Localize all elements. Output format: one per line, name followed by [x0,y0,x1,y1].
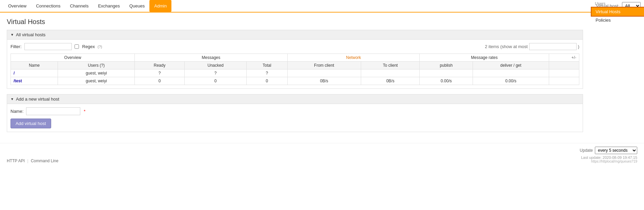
nav-exchanges[interactable]: Exchanges [93,0,124,12]
row-ready-1: ? [135,69,185,77]
row-name-1[interactable]: / [11,69,58,77]
http-api-link[interactable]: HTTP API [7,159,25,163]
items-text: 2 items (show at most [485,44,527,49]
sidebar-users-section: Users Virtual Hosts Policies [591,0,644,24]
regex-label: Regex [82,44,95,49]
name-form-row: Name: * [11,107,579,115]
sidebar-virtual-hosts[interactable]: Virtual Hosts [591,7,644,16]
nav-admin[interactable]: Admin [149,0,171,12]
add-vhost-body: Name: * Add virtual host [7,104,583,132]
row-publish-1 [420,69,473,77]
col-deliver-get: deliver / get [473,62,549,69]
regex-checkbox[interactable] [75,44,79,49]
row-actions-1 [549,69,579,77]
sidebar-users-title: Users [591,0,644,7]
overview-group: Overview [11,54,135,62]
row-ready-2: 0 [135,77,185,85]
row-publish-2: 0.00/s [420,77,473,85]
nav-overview[interactable]: Overview [3,0,31,12]
required-marker: * [84,109,85,114]
filter-right: 2 items (show at most 100 ) [485,43,579,50]
all-virtual-hosts-header[interactable]: ▼ All virtual hosts [7,30,583,40]
items-close: ) [578,44,579,49]
items-max-input[interactable]: 100 [529,43,577,50]
col-publish: publish [420,62,473,69]
col-name: Name [11,62,58,69]
row-to-client-1 [361,69,420,77]
all-virtual-hosts-body: Filter: Regex (?) 2 items (show at most … [7,40,583,89]
command-line-link[interactable]: Command Line [31,159,58,163]
footer-separator: | [27,159,28,163]
nav-channels[interactable]: Channels [65,0,93,12]
row-unacked-1: ? [185,69,247,77]
message-rates-group: Message rates [420,54,549,62]
regex-help: (?) [98,45,102,49]
sidebar-panel: Users Virtual Hosts Policies [591,0,644,26]
all-virtual-hosts-label: All virtual hosts [16,32,45,37]
row-unacked-2: 0 [185,77,247,85]
add-vhost-label: Add a new virtual host [16,97,59,102]
col-actions [549,62,579,69]
row-deliver-get-2: 0.00/s [473,77,549,85]
table-row: /test guest, weiyi 0 0 0 0B/s 0B/s 0.00/… [11,77,579,85]
col-ready: Ready [135,62,185,69]
row-actions-2 [549,77,579,85]
name-label: Name: [11,109,23,114]
col-to-client: To client [361,62,420,69]
col-header-row: Name Users (?) Ready Unacked Total From … [11,62,579,69]
row-to-client-2: 0B/s [361,77,420,85]
nav-queues[interactable]: Queues [125,0,150,12]
filter-row: Filter: Regex (?) 2 items (show at most … [11,43,579,50]
row-from-client-1 [287,69,361,77]
col-unacked: Unacked [185,62,247,69]
vhost-table: Overview Messages Network Message rates … [11,54,579,85]
col-total: Total [247,62,287,69]
top-nav: Overview Connections Channels Exchanges … [0,0,644,13]
nav-connections[interactable]: Connections [31,0,65,12]
col-users: Users (?) [58,62,135,69]
page-title: Virtual Hosts [7,18,583,26]
add-vhost-section: ▼ Add a new virtual host Name: * Add vir… [7,94,583,132]
add-collapse-arrow: ▼ [11,97,14,101]
update-label: Update [580,148,593,153]
row-deliver-get-1 [473,69,549,77]
filter-input[interactable] [24,43,72,50]
group-header-row: Overview Messages Network Message rates … [11,54,579,62]
row-users-2: guest, weiyi [58,77,135,85]
row-total-1: ? [247,69,287,77]
messages-group: Messages [135,54,288,62]
name-input[interactable] [26,107,80,115]
sidebar-policies[interactable]: Policies [591,16,644,24]
footer-right: Update every 5 seconds every 10 seconds … [580,147,637,163]
update-row: Update every 5 seconds every 10 seconds … [580,147,637,154]
footer-url: https://httplocal/mg/queues?19 [580,160,637,163]
collapse-arrow: ▼ [11,33,14,37]
table-row: / guest, weiyi ? ? ? [11,69,579,77]
col-from-client: From client [287,62,361,69]
add-vhost-header[interactable]: ▼ Add a new virtual host [7,94,583,104]
main-content: Virtual Hosts ▼ All virtual hosts Filter… [0,13,644,143]
row-users-1: guest, weiyi [58,69,135,77]
add-virtual-host-button[interactable]: Add virtual host [11,119,51,128]
footer: HTTP API | Command Line Update every 5 s… [0,143,644,167]
last-update-text: Last update: 2020-08-09 19:47:15 [580,155,637,160]
row-from-client-2: 0B/s [287,77,361,85]
update-interval-select[interactable]: every 5 seconds every 10 seconds every 3… [595,147,637,154]
all-virtual-hosts-section: ▼ All virtual hosts Filter: Regex (?) 2 … [7,30,583,89]
row-name-2[interactable]: /test [11,77,58,85]
network-group: Network [287,54,420,62]
filter-label: Filter: [11,44,22,49]
row-total-2: 0 [247,77,287,85]
footer-links: HTTP API | Command Line [7,159,58,163]
plus-minus-header[interactable]: +/- [549,54,579,62]
